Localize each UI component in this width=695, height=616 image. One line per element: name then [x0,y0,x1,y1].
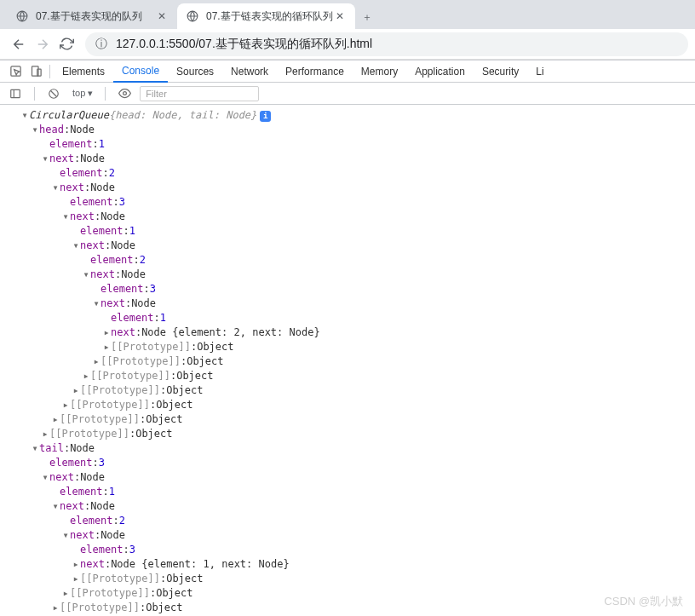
globe-icon [15,9,29,23]
console-object-row[interactable]: element: 2 [5,253,695,268]
watermark: CSDN @凯小默 [604,594,683,609]
back-button[interactable] [7,32,31,56]
tab-network[interactable]: Network [222,60,277,83]
console-object-row[interactable]: element: 3 [5,195,695,210]
console-object-row[interactable]: element: 1 [5,224,695,239]
svg-point-7 [123,92,126,95]
tab-console[interactable]: Console [113,60,168,83]
console-object-row[interactable]: ▸[[Prototype]]: Object [5,354,695,369]
console-object-row[interactable]: ▸[[Prototype]]: Object [5,412,695,427]
console-object-row[interactable]: element: 2 [5,514,695,528]
clear-console-icon[interactable] [43,83,64,104]
new-tab-button[interactable]: ＋ [355,5,379,29]
console-object-row[interactable]: ▾next: Node [5,239,695,253]
tab-elements[interactable]: Elements [54,60,113,83]
console-object-row[interactable]: ▸[[Prototype]]: Object [5,340,695,354]
tab-security[interactable]: Security [474,60,527,83]
inspect-icon[interactable] [5,61,26,82]
console-object-row[interactable]: element: 1 [5,485,695,499]
console-object-row[interactable]: element: 3 [5,456,695,470]
console-object-row[interactable]: ▾tail: Node [5,441,695,456]
tab-memory[interactable]: Memory [353,60,406,83]
console-object-row[interactable]: element: 1 [5,311,695,325]
console-object-row[interactable]: ▸[[Prototype]]: Object [5,383,695,398]
svg-rect-5 [11,89,20,97]
context-selector[interactable]: top ▾ [69,88,96,99]
sidebar-toggle-icon[interactable] [5,83,26,104]
browser-tab-bar: 07.基于链表实现的队列 ✕ 07.基于链表实现的循环队列 ✕ ＋ [0,0,695,29]
console-object-row[interactable]: ▾head: Node [5,123,695,137]
console-object-row[interactable]: ▾next: Node [5,181,695,195]
filter-input[interactable]: Filter [140,86,259,101]
tab-title: 07.基于链表实现的循环队列 [206,9,333,24]
console-object-row[interactable]: ▾CircularQueue {head: Node, tail: Node}i [5,108,695,123]
close-icon[interactable]: ✕ [333,9,347,23]
console-toolbar: top ▾ Filter [0,83,695,105]
browser-tab-1[interactable]: 07.基于链表实现的队列 ✕ [7,3,177,29]
info-icon: ⓘ [95,37,107,52]
separator [49,65,50,78]
address-bar: ⓘ 127.0.0.1:5500/07.基于链表实现的循环队列.html [0,29,695,60]
console-object-row[interactable]: ▾next: Node [5,152,695,166]
separator [105,87,106,101]
close-icon[interactable]: ✕ [155,9,169,23]
address-input[interactable]: ⓘ 127.0.0.1:5500/07.基于链表实现的循环队列.html [85,32,688,56]
console-object-row[interactable]: ▾next: Node [5,528,695,543]
console-object-row[interactable]: ▾next: Node [5,296,695,311]
tab-sources[interactable]: Sources [168,60,222,83]
console-object-row[interactable]: ▸[[Prototype]]: Object [5,586,695,601]
url-text: 127.0.0.1:5500/07.基于链表实现的循环队列.html [116,37,372,52]
tab-title: 07.基于链表实现的队列 [36,9,142,24]
devtools-tabs: Elements Console Sources Network Perform… [0,60,695,83]
console-object-row[interactable]: element: 3 [5,543,695,557]
tab-performance[interactable]: Performance [277,60,353,83]
console-object-row[interactable]: ▸[[Prototype]]: Object [5,398,695,412]
console-object-row[interactable]: ▾next: Node [5,499,695,514]
console-object-row[interactable]: ▸[[Prototype]]: Object [5,427,695,441]
console-object-row[interactable]: ▸next: Node {element: 1, next: Node} [5,557,695,572]
console-object-row[interactable]: ▸next: Node {element: 2, next: Node} [5,325,695,340]
tab-application[interactable]: Application [406,60,474,83]
console-object-row[interactable]: ▾next: Node [5,470,695,485]
forward-button[interactable] [31,32,55,56]
console-object-row[interactable]: ▾next: Node [5,268,695,282]
console-object-row[interactable]: ▸[[Prototype]]: Object [5,601,695,615]
devtools-panel: Elements Console Sources Network Perform… [0,60,695,616]
console-object-row[interactable]: element: 3 [5,282,695,296]
eye-icon[interactable] [114,83,135,104]
separator [34,87,35,101]
console-object-row[interactable]: element: 1 [5,137,695,152]
console-object-row[interactable]: element: 2 [5,166,695,181]
console-object-row[interactable]: ▾next: Node [5,210,695,224]
console-output: ▾CircularQueue {head: Node, tail: Node}i… [0,105,695,616]
device-icon[interactable] [26,61,46,82]
browser-tab-2-active[interactable]: 07.基于链表实现的循环队列 ✕ [177,3,355,29]
console-object-row[interactable]: ▸[[Prototype]]: Object [5,369,695,383]
info-badge-icon[interactable]: i [260,111,271,122]
console-object-row[interactable]: ▸[[Prototype]]: Object [5,572,695,586]
reload-button[interactable] [55,32,78,56]
tab-more[interactable]: Li [527,60,552,83]
globe-icon [186,9,199,23]
